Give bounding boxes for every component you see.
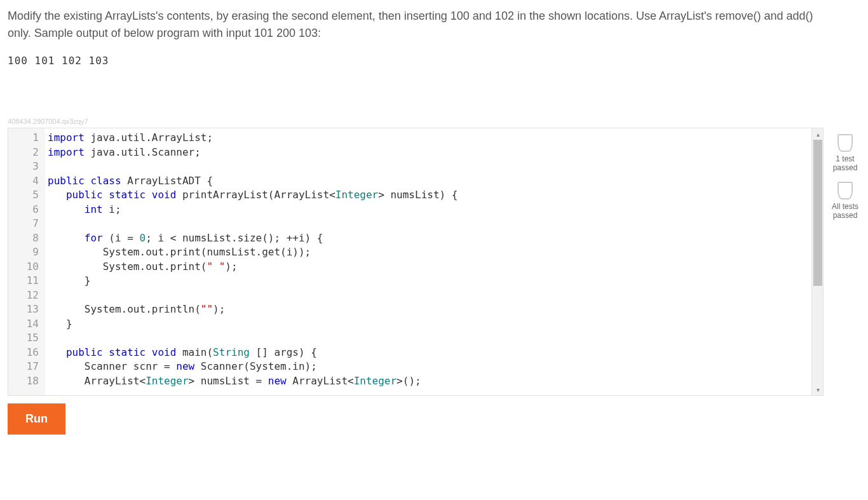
vertical-scrollbar[interactable]: ▴ ▾	[811, 128, 823, 395]
code-line[interactable]: int i;	[48, 203, 823, 217]
code-line[interactable]: import java.util.ArrayList;	[48, 131, 823, 145]
line-number: 6	[13, 203, 39, 217]
code-line[interactable]	[48, 331, 823, 346]
code-line[interactable]: public static void printArrayList(ArrayL…	[48, 188, 823, 203]
code-line[interactable]: Scanner scnr = new Scanner(System.in);	[48, 360, 823, 374]
watermark-text: 408434.2907004.qx3zqy7	[8, 118, 860, 125]
line-number: 8	[13, 231, 39, 246]
line-number: 3	[13, 159, 39, 174]
line-number: 1	[13, 131, 39, 145]
line-number: 14	[13, 317, 39, 332]
line-gutter: 123456789101112131415161718	[8, 128, 45, 395]
line-number: 16	[13, 346, 39, 360]
code-line[interactable]: System.out.println("");	[48, 302, 823, 317]
code-line[interactable]: import java.util.Scanner;	[48, 145, 823, 160]
code-editor[interactable]: 123456789101112131415161718 import java.…	[8, 128, 824, 396]
line-number: 12	[13, 288, 39, 303]
one-test-label: 1 testpassed	[833, 154, 858, 173]
line-number: 17	[13, 360, 39, 374]
code-line[interactable]	[48, 159, 823, 174]
all-tests-badge: All testspassed	[832, 182, 858, 220]
line-number: 2	[13, 145, 39, 160]
scroll-thumb[interactable]	[813, 140, 822, 286]
line-number: 13	[13, 302, 39, 317]
line-number: 11	[13, 274, 39, 288]
code-line[interactable]: ArrayList<Integer> numsList = new ArrayL…	[48, 374, 823, 389]
code-line[interactable]: public class ArrayListADT {	[48, 174, 823, 189]
code-line[interactable]: for (i = 0; i < numsList.size(); ++i) {	[48, 231, 823, 246]
code-line[interactable]: public static void main(String [] args) …	[48, 346, 823, 360]
line-number: 9	[13, 245, 39, 260]
editor-row: 123456789101112131415161718 import java.…	[8, 128, 860, 396]
code-line[interactable]: }	[48, 274, 823, 288]
code-line[interactable]	[48, 217, 823, 231]
code-line[interactable]	[48, 288, 823, 303]
line-number: 4	[13, 174, 39, 189]
problem-prompt: Modify the existing ArrayLists's content…	[8, 8, 821, 42]
line-number: 18	[13, 374, 39, 389]
run-button[interactable]: Run	[8, 403, 65, 435]
shield-icon	[837, 182, 853, 199]
scroll-up-arrow[interactable]: ▴	[812, 128, 824, 140]
code-content[interactable]: import java.util.ArrayList;import java.u…	[45, 128, 823, 395]
status-column: 1 testpassed All testspassed	[830, 128, 860, 220]
code-line[interactable]: }	[48, 317, 823, 332]
scroll-down-arrow[interactable]: ▾	[812, 384, 824, 395]
one-test-badge: 1 testpassed	[833, 134, 858, 173]
code-line[interactable]: System.out.print(numsList.get(i));	[48, 245, 823, 260]
line-number: 5	[13, 188, 39, 203]
line-number: 7	[13, 217, 39, 231]
all-tests-label: All testspassed	[832, 202, 858, 220]
code-line[interactable]: System.out.print(" ");	[48, 260, 823, 274]
line-number: 10	[13, 260, 39, 274]
shield-icon	[837, 134, 853, 152]
sample-output: 100 101 102 103	[8, 55, 860, 67]
line-number: 15	[13, 331, 39, 346]
